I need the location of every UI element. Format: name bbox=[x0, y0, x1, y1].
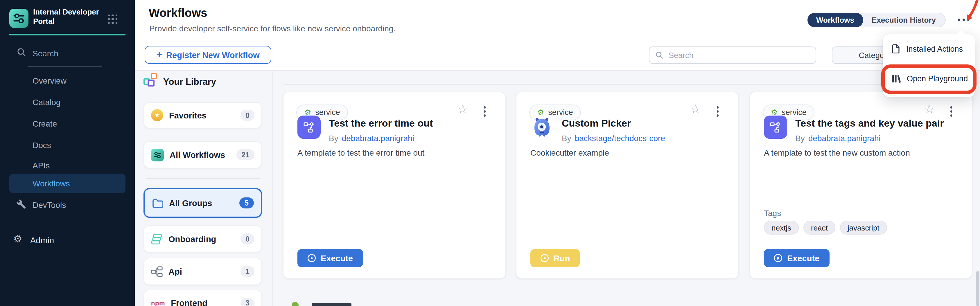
play-icon bbox=[307, 254, 316, 262]
annotation-highlight-ring bbox=[881, 65, 977, 94]
group-count-badge: 1 bbox=[240, 266, 255, 277]
category-label: service bbox=[782, 108, 807, 117]
document-icon bbox=[891, 44, 900, 54]
sidebar-item-devtools[interactable]: DevTools bbox=[33, 200, 66, 209]
group-label: Frontend bbox=[171, 298, 207, 306]
sidebar-item-workflows-label: Workflows bbox=[33, 179, 70, 188]
library-group-all-workflows[interactable]: All Workflows 21 bbox=[143, 141, 262, 168]
library-group-onboarding[interactable]: Onboarding 0 bbox=[143, 225, 262, 252]
workflow-search-input[interactable] bbox=[667, 50, 810, 60]
tab-workflows[interactable]: Workflows bbox=[807, 13, 863, 27]
sidebar-divider bbox=[9, 222, 126, 222]
group-count-badge: 5 bbox=[239, 197, 254, 208]
sidebar-item-apis[interactable]: APIs bbox=[33, 161, 50, 170]
gear-icon: ⚙ bbox=[304, 109, 311, 116]
workflow-card: ⚙ service ☆ Test the tags and key value … bbox=[749, 92, 972, 279]
run-label: Run bbox=[554, 254, 570, 263]
group-count-badge: 0 bbox=[240, 110, 255, 121]
tags-row: nextjs react javascript bbox=[764, 220, 887, 235]
sidebar-search[interactable]: Search bbox=[33, 49, 58, 58]
favorite-star-button[interactable]: ☆ bbox=[690, 103, 701, 115]
kebab-menu-button[interactable] bbox=[482, 105, 487, 117]
execute-label: Execute bbox=[787, 254, 819, 263]
run-button[interactable]: Run bbox=[530, 249, 580, 267]
card-title: Custom Picker bbox=[562, 118, 631, 130]
library-group-frontend[interactable]: npm Frontend 3 bbox=[143, 290, 262, 306]
card-title: Test the tags and key value pair bbox=[795, 118, 944, 130]
gear-icon: ⚙ bbox=[537, 109, 544, 116]
favorites-star-icon: ★ bbox=[151, 109, 163, 121]
sidebar-item-catalog[interactable]: Catalog bbox=[33, 98, 61, 107]
next-section-clipped-text bbox=[312, 303, 352, 306]
kebab-menu-button[interactable] bbox=[949, 105, 953, 117]
group-label: All Groups bbox=[169, 198, 212, 208]
search-icon bbox=[17, 48, 26, 57]
author-link[interactable]: backstage/techdocs-core bbox=[575, 133, 665, 143]
tag-pill: javascript bbox=[840, 220, 887, 235]
monster-icon bbox=[530, 116, 554, 139]
sidebar: Internal Developer Portal Search Overvie… bbox=[0, 0, 135, 306]
workflows-logo-icon bbox=[151, 148, 164, 161]
favorite-star-button[interactable]: ☆ bbox=[924, 103, 935, 115]
tag-pill: react bbox=[803, 220, 835, 235]
group-label: Favorites bbox=[169, 111, 207, 120]
cards-top-divider bbox=[284, 84, 973, 85]
workflow-search[interactable] bbox=[649, 46, 816, 64]
library-group-api[interactable]: Api 1 bbox=[143, 258, 262, 285]
menu-item-installed-actions[interactable]: Installed Actions bbox=[891, 44, 963, 54]
library-group-favorites[interactable]: ★ Favorites 0 bbox=[143, 102, 262, 128]
card-description: A template to test the new custom action bbox=[764, 148, 910, 157]
play-icon bbox=[774, 254, 783, 262]
category-label: service bbox=[315, 108, 340, 117]
search-icon bbox=[655, 51, 663, 59]
page-subtitle: Provide developer self-service for flows… bbox=[149, 24, 396, 33]
favorite-star-button[interactable]: ☆ bbox=[457, 103, 468, 115]
sidebar-item-overview[interactable]: Overview bbox=[33, 76, 67, 86]
wrench-icon bbox=[16, 199, 26, 209]
author-link[interactable]: debabrata.panigrahi bbox=[808, 133, 881, 143]
sidebar-item-docs[interactable]: Docs bbox=[33, 141, 51, 150]
layers-icon bbox=[151, 233, 163, 245]
sidebar-item-admin[interactable]: Admin bbox=[30, 236, 54, 245]
tag-pill: nextjs bbox=[764, 220, 799, 235]
workflow-card: ⚙ service ☆ Test the error time out Byde… bbox=[283, 92, 506, 279]
register-workflow-label: Register New Workflow bbox=[166, 50, 260, 60]
workflow-template-icon bbox=[764, 116, 787, 139]
by-label: By bbox=[329, 133, 338, 143]
execute-button[interactable]: Execute bbox=[298, 249, 363, 267]
register-workflow-button[interactable]: + Register New Workflow bbox=[145, 46, 271, 64]
next-section-icon bbox=[292, 302, 299, 306]
author-link[interactable]: debabrata.panigrahi bbox=[342, 133, 414, 143]
scrollbar-thumb[interactable] bbox=[976, 271, 979, 306]
sidebar-item-create[interactable]: Create bbox=[33, 119, 57, 128]
panel-divider bbox=[272, 71, 273, 306]
tags-label: Tags bbox=[764, 208, 781, 218]
tab-execution-history[interactable]: Execution History bbox=[862, 13, 945, 27]
execute-button[interactable]: Execute bbox=[764, 249, 829, 267]
menu-item-label: Installed Actions bbox=[906, 44, 963, 53]
card-description: Cookiecutter example bbox=[530, 148, 609, 157]
page-title: Workflows bbox=[149, 6, 207, 20]
library-title: Your Library bbox=[163, 77, 216, 87]
card-description: A template to test the error time out bbox=[298, 148, 424, 157]
app-title: Internal Developer Portal bbox=[33, 8, 102, 26]
group-label: All Workflows bbox=[170, 150, 225, 159]
library-group-all-groups[interactable]: All Groups 5 bbox=[143, 188, 262, 218]
group-count-badge: 3 bbox=[240, 298, 255, 306]
group-label: Api bbox=[169, 267, 182, 276]
kebab-menu-button[interactable] bbox=[715, 105, 720, 117]
group-count-badge: 0 bbox=[240, 233, 255, 244]
library-divider bbox=[146, 178, 260, 179]
sidebar-search-divider bbox=[28, 66, 102, 67]
npm-logo-icon: npm bbox=[151, 300, 165, 306]
group-count-badge: 21 bbox=[236, 149, 255, 160]
sitemap-icon bbox=[151, 266, 163, 277]
card-title: Test the error time out bbox=[329, 118, 433, 130]
app-root: Internal Developer Portal Search Overvie… bbox=[0, 0, 980, 306]
by-label: By bbox=[795, 133, 805, 143]
gear-icon: ⚙ bbox=[771, 109, 778, 116]
apps-grid-icon[interactable] bbox=[108, 14, 117, 24]
workflow-template-icon bbox=[298, 116, 321, 139]
play-icon bbox=[540, 254, 549, 262]
library-cubes-icon bbox=[143, 73, 159, 88]
